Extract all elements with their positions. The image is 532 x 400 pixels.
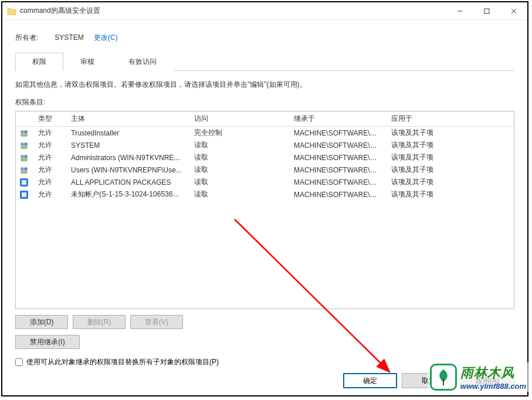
maximize-button[interactable] <box>473 2 500 20</box>
permissions-list[interactable]: 类型 主体 访问 继承于 应用于 允许TrustedInstaller完全控制M… <box>15 111 514 309</box>
table-row[interactable]: 允许SYSTEM读取MACHINE\SOFTWARE\Cl...该项及其子项 <box>16 139 514 151</box>
tab-auditing[interactable]: 审核 <box>63 53 111 71</box>
cell-type: 允许 <box>32 189 65 199</box>
replace-children-label: 使用可从此对象继承的权限项目替换所有子对象的权限项目(P) <box>26 357 219 367</box>
table-row[interactable]: 允许未知帐户(S-1-15-3-1024-1065365...读取MACHINE… <box>16 188 514 201</box>
window-title: command的高级安全设置 <box>20 6 100 16</box>
svg-point-14 <box>24 167 28 171</box>
svg-point-5 <box>24 130 28 134</box>
watermark: 雨林木风 www.ylmf888.com <box>428 362 528 392</box>
svg-rect-1 <box>484 9 489 13</box>
cell-inherited: MACHINE\SOFTWARE\Cl... <box>288 129 385 137</box>
svg-point-10 <box>21 155 24 158</box>
principal-icon <box>16 141 32 150</box>
cell-principal: 未知帐户(S-1-15-3-1024-1065365... <box>65 189 188 199</box>
add-button[interactable]: 添加(D) <box>15 315 68 329</box>
cell-access: 读取 <box>188 165 288 175</box>
cell-principal: Administrators (WIN-N9TKVNRE... <box>65 154 188 162</box>
cell-applies: 该项及其子项 <box>385 152 514 162</box>
cell-access: 读取 <box>188 140 288 150</box>
owner-label: 所有者: <box>15 33 38 43</box>
ok-button[interactable]: 确定 <box>343 373 397 388</box>
col-principal[interactable]: 主体 <box>65 114 188 124</box>
cell-applies: 该项及其子项 <box>385 189 514 199</box>
principal-icon <box>16 153 32 162</box>
view-button[interactable]: 查看(V) <box>130 315 183 329</box>
window-controls <box>446 2 527 20</box>
cell-inherited: MACHINE\SOFTWARE\Cl... <box>288 166 385 174</box>
svg-rect-19 <box>22 192 26 197</box>
table-row[interactable]: 允许Users (WIN-N9TKVNREPNF\Use...读取MACHINE… <box>16 164 514 176</box>
cell-access: 完全控制 <box>188 128 288 138</box>
cell-applies: 该项及其子项 <box>385 140 514 150</box>
cell-applies: 该项及其子项 <box>385 177 514 187</box>
svg-point-13 <box>21 167 24 171</box>
watermark-text-cn: 雨林木风 <box>460 364 526 382</box>
disable-inheritance-button[interactable]: 禁用继承(I) <box>15 335 80 349</box>
owner-value: SYSTEM <box>55 33 83 42</box>
col-applies[interactable]: 应用于 <box>385 114 514 124</box>
table-row[interactable]: 允许Administrators (WIN-N9TKVNRE...读取MACHI… <box>16 151 514 164</box>
principal-icon <box>16 128 32 138</box>
svg-point-8 <box>24 143 28 146</box>
minimize-button[interactable] <box>446 2 473 20</box>
principal-icon <box>16 190 32 199</box>
svg-point-4 <box>21 130 24 134</box>
cell-access: 读取 <box>188 177 288 187</box>
entries-label: 权限条目: <box>15 95 514 111</box>
svg-rect-17 <box>22 180 26 185</box>
cell-type: 允许 <box>32 177 65 187</box>
cell-inherited: MACHINE\SOFTWARE\Cl... <box>288 191 385 199</box>
table-row[interactable]: 允许TrustedInstaller完全控制MACHINE\SOFTWARE\C… <box>16 127 514 139</box>
svg-rect-12 <box>21 158 28 161</box>
col-access[interactable]: 访问 <box>188 114 288 124</box>
watermark-logo-icon <box>430 364 457 391</box>
cell-applies: 该项及其子项 <box>385 128 514 138</box>
owner-change-link[interactable]: 更改(C) <box>94 33 118 42</box>
svg-point-11 <box>24 155 28 158</box>
cell-inherited: MACHINE\SOFTWARE\Cl... <box>288 141 385 150</box>
cell-principal: TrustedInstaller <box>65 129 188 137</box>
principal-icon <box>16 165 32 175</box>
svg-rect-9 <box>21 146 28 149</box>
cell-type: 允许 <box>32 128 65 138</box>
table-row[interactable]: 允许ALL APPLICATION PACKAGES读取MACHINE\SOFT… <box>16 176 514 188</box>
info-text: 如需其他信息，请双击权限项目。若要修改权限项目，请选择该项目并单击"编辑"(如果… <box>15 71 514 95</box>
cell-inherited: MACHINE\SOFTWARE\Cl... <box>288 154 385 162</box>
cell-type: 允许 <box>32 152 65 162</box>
action-buttons: 添加(D) 删除(R) 查看(V) <box>15 315 514 329</box>
cell-inherited: MACHINE\SOFTWARE\Cl... <box>288 178 385 187</box>
cell-type: 允许 <box>32 140 65 150</box>
close-button[interactable] <box>500 2 527 20</box>
watermark-text-url: www.ylmf888.com <box>460 382 526 391</box>
replace-children-checkbox[interactable] <box>15 358 23 366</box>
svg-point-7 <box>21 143 24 146</box>
tabs: 权限 审核 有效访问 <box>15 52 514 71</box>
cell-access: 读取 <box>188 189 288 199</box>
folder-icon <box>7 7 16 15</box>
cell-type: 允许 <box>32 165 65 175</box>
col-inherited[interactable]: 继承于 <box>288 114 385 124</box>
principal-icon <box>16 178 32 187</box>
cell-access: 读取 <box>188 152 288 162</box>
cell-principal: Users (WIN-N9TKVNREPNF\Use... <box>65 166 188 174</box>
owner-row: 所有者: SYSTEM 更改(C) <box>15 28 514 51</box>
titlebar: command的高级安全设置 <box>2 2 527 20</box>
list-header: 类型 主体 访问 继承于 应用于 <box>16 111 514 127</box>
cell-principal: SYSTEM <box>65 141 188 150</box>
tab-permissions[interactable]: 权限 <box>15 53 63 71</box>
svg-rect-21 <box>443 379 444 385</box>
cell-principal: ALL APPLICATION PACKAGES <box>65 178 188 187</box>
remove-button[interactable]: 删除(R) <box>73 315 126 329</box>
svg-rect-6 <box>21 134 28 137</box>
tab-effective[interactable]: 有效访问 <box>111 53 174 71</box>
col-type[interactable]: 类型 <box>32 114 65 124</box>
svg-rect-15 <box>21 171 28 174</box>
cell-applies: 该项及其子项 <box>385 165 514 175</box>
